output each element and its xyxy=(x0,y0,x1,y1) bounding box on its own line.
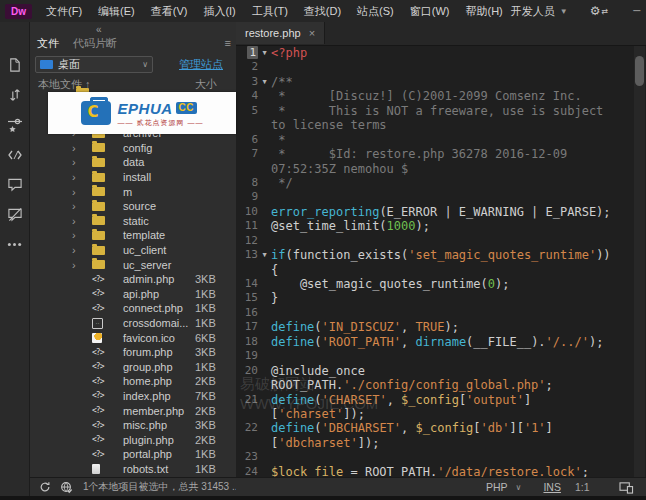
tree-file-row[interactable]: <?>group.php1KB xyxy=(30,360,236,375)
menu-item[interactable]: 编辑(E) xyxy=(90,0,143,22)
chevron-collapsed-icon[interactable]: › xyxy=(72,187,76,197)
chevron-collapsed-icon[interactable]: › xyxy=(72,216,76,226)
panel-collapse-icon[interactable]: « xyxy=(96,24,102,35)
line-number[interactable]: 7 xyxy=(236,147,258,161)
line-number[interactable]: 16 xyxy=(236,306,258,320)
line-number[interactable]: 6 xyxy=(236,133,258,147)
language-mode[interactable]: PHP xyxy=(486,481,508,493)
menu-item[interactable]: 文件(F) xyxy=(38,0,90,22)
insert-mode-indicator[interactable]: INS xyxy=(543,481,561,493)
line-number[interactable] xyxy=(236,407,258,421)
line-number[interactable]: 10 xyxy=(236,205,258,219)
menu-item[interactable]: 查找(D) xyxy=(296,0,349,22)
tree-file-row[interactable]: <?>portal.php1KB xyxy=(30,447,236,462)
manage-sites-link[interactable]: 管理站点 xyxy=(179,57,223,72)
connect-server-icon[interactable] xyxy=(60,481,73,494)
line-number[interactable]: 3 xyxy=(236,75,258,89)
menu-item[interactable]: 查看(V) xyxy=(143,0,196,22)
line-number[interactable]: 13 xyxy=(236,248,258,262)
tree-file-row[interactable]: <?>plugin.php2KB xyxy=(30,432,236,447)
line-number[interactable]: 1 xyxy=(236,46,258,60)
tree-folder-row[interactable]: ›static xyxy=(30,214,236,229)
chevron-collapsed-icon[interactable]: › xyxy=(72,172,76,182)
tab-snippets[interactable]: 代码片断 xyxy=(73,36,117,51)
line-number[interactable] xyxy=(236,436,258,450)
tab-restore-php[interactable]: restore.php × xyxy=(236,22,325,44)
close-tab-icon[interactable]: × xyxy=(309,27,315,39)
tree-folder-row[interactable]: ›install xyxy=(30,170,236,185)
menu-item[interactable]: 窗口(W) xyxy=(402,0,458,22)
menu-item[interactable]: 站点(S) xyxy=(349,0,402,22)
document-icon[interactable] xyxy=(6,56,23,73)
menu-item[interactable]: 工具(T) xyxy=(244,0,296,22)
sync-settings-button[interactable]: ⚙ ⇄ xyxy=(590,4,608,18)
line-number[interactable] xyxy=(236,118,258,132)
line-number[interactable]: 5 xyxy=(236,104,258,118)
tree-file-row[interactable]: <?>index.php7KB xyxy=(30,389,236,404)
tree-folder-row[interactable]: ›m xyxy=(30,184,236,199)
tree-folder-row[interactable]: ›source xyxy=(30,199,236,214)
chevron-collapsed-icon[interactable]: › xyxy=(72,245,76,255)
line-number[interactable]: 19 xyxy=(236,349,258,363)
tree-folder-row[interactable]: ›uc_client xyxy=(30,243,236,258)
line-number[interactable]: 22 xyxy=(236,421,258,435)
code-edit-icon[interactable] xyxy=(6,146,23,163)
tree-file-row[interactable]: <?>member.php2KB xyxy=(30,403,236,418)
tab-files[interactable]: 文件 xyxy=(37,36,59,51)
tree-folder-row[interactable]: ›template xyxy=(30,228,236,243)
line-number[interactable]: 8 xyxy=(236,176,258,190)
line-number[interactable] xyxy=(236,162,258,176)
tree-file-row[interactable]: ··crossdomai...1KB xyxy=(30,316,236,331)
line-number[interactable]: 23 xyxy=(236,450,258,464)
line-number[interactable]: 15 xyxy=(236,291,258,305)
line-number[interactable]: 18 xyxy=(236,335,258,349)
live-inspect-icon[interactable] xyxy=(6,116,23,133)
line-number[interactable]: 20 xyxy=(236,364,258,378)
workspace-switcher[interactable]: 开发人员 ▼ xyxy=(511,4,568,19)
sync-arrows-icon[interactable] xyxy=(6,86,23,103)
chevron-collapsed-icon[interactable]: › xyxy=(72,230,76,240)
line-number[interactable]: 17 xyxy=(236,320,258,334)
tree-file-row[interactable]: favicon.ico6KB xyxy=(30,330,236,345)
device-preview-icon[interactable] xyxy=(619,481,634,494)
line-number[interactable] xyxy=(236,378,258,392)
tree-file-row[interactable]: <?>home.php2KB xyxy=(30,374,236,389)
menu-item[interactable]: 帮助(H) xyxy=(458,0,511,22)
fold-arrow-icon[interactable]: ▼ xyxy=(258,46,271,60)
line-number[interactable]: 14 xyxy=(236,277,258,291)
tree-file-row[interactable]: <?>misc.php3KB xyxy=(30,418,236,433)
comment-off-icon[interactable] xyxy=(6,206,23,223)
tree-file-row[interactable]: <?>admin.php3KB xyxy=(30,272,236,287)
code-area[interactable]: 1▼<?php23▼/**4 * [Discuz!] (C)2001-2099 … xyxy=(236,46,632,478)
line-number[interactable]: 21 xyxy=(236,393,258,407)
fold-arrow-icon[interactable]: ▼ xyxy=(258,248,271,262)
more-dots-icon[interactable] xyxy=(6,236,23,253)
line-number[interactable]: 24 xyxy=(236,465,258,478)
tree-folder-row[interactable]: ›config xyxy=(30,141,236,156)
tree-folder-row[interactable]: ›uc_server xyxy=(30,257,236,272)
tree-file-row[interactable]: robots.txt1KB xyxy=(30,462,236,477)
line-number[interactable]: 11 xyxy=(236,219,258,233)
panel-menu-icon[interactable]: ≡ xyxy=(225,37,231,49)
line-number[interactable]: 4 xyxy=(236,89,258,103)
scrollbar-thumb[interactable] xyxy=(635,56,644,86)
tree-file-row[interactable]: <?>forum.php3KB xyxy=(30,345,236,360)
chevron-collapsed-icon[interactable]: › xyxy=(72,143,76,153)
minimize-button[interactable]: ─ xyxy=(626,0,646,22)
refresh-icon[interactable] xyxy=(39,481,51,493)
site-selector[interactable]: 桌面 ∨ xyxy=(35,56,153,73)
line-number[interactable]: 2 xyxy=(236,60,258,74)
chevron-collapsed-icon[interactable]: › xyxy=(72,157,76,167)
tree-folder-row[interactable]: ›data xyxy=(30,155,236,170)
fold-arrow-icon[interactable]: ▼ xyxy=(258,75,271,89)
line-number[interactable]: 9 xyxy=(236,190,258,204)
line-number[interactable]: 12 xyxy=(236,234,258,248)
chevron-collapsed-icon[interactable]: › xyxy=(72,201,76,211)
vertical-scrollbar[interactable] xyxy=(634,46,645,478)
comment-icon[interactable] xyxy=(6,176,23,193)
tree-file-row[interactable]: <?>connect.php1KB xyxy=(30,301,236,316)
line-number[interactable] xyxy=(236,263,258,277)
tree-file-row[interactable]: <?>api.php1KB xyxy=(30,287,236,302)
menu-item[interactable]: 插入(I) xyxy=(195,0,243,22)
chevron-collapsed-icon[interactable]: › xyxy=(72,260,76,270)
